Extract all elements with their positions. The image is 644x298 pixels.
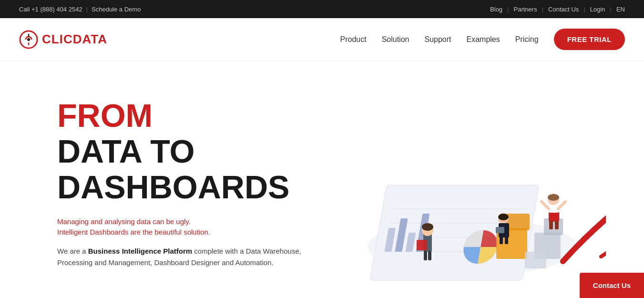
logo-icon <box>19 30 38 49</box>
sep-1: | <box>507 6 509 13</box>
sep-3: | <box>583 6 585 13</box>
phone-number: Call +1 (888) 404 2542 <box>19 6 82 13</box>
blog-link[interactable]: Blog <box>490 6 502 13</box>
top-bar: Call +1 (888) 404 2542 | Schedule a Demo… <box>0 0 644 18</box>
top-bar-left: Call +1 (888) 404 2542 | Schedule a Demo <box>19 6 141 13</box>
logo-clic: CLIC <box>42 32 73 46</box>
free-trial-button[interactable]: FREE TRIAL <box>554 29 625 50</box>
hero-left: FROM DATA TO DASHBOARDS Managing and ana… <box>57 98 334 281</box>
hero-section: FROM DATA TO DASHBOARDS Managing and ana… <box>0 61 644 298</box>
svg-point-1 <box>27 38 30 41</box>
nav-support[interactable]: Support <box>424 35 451 44</box>
svg-rect-25 <box>428 251 431 260</box>
hero-desc-bold: Business Intelligence Platform <box>88 247 192 255</box>
svg-point-22 <box>422 223 433 231</box>
contact-sticky-button[interactable]: Contact Us <box>580 273 644 298</box>
contact-us-top-link[interactable]: Contact Us <box>548 6 579 13</box>
hero-title: FROM DATA TO DASHBOARDS <box>57 98 334 205</box>
svg-line-36 <box>542 202 549 209</box>
svg-rect-23 <box>417 240 427 250</box>
nav-solution[interactable]: Solution <box>382 35 409 44</box>
logo[interactable]: CLICDATA <box>19 30 107 49</box>
svg-rect-19 <box>525 252 546 268</box>
nav-pricing[interactable]: Pricing <box>515 35 539 44</box>
hero-tagline-line2: Intelligent Dashboards are the beautiful… <box>57 228 210 236</box>
divider-1: | <box>86 6 88 13</box>
svg-point-27 <box>498 214 509 220</box>
illustration-svg <box>339 90 606 290</box>
top-bar-right: Blog | Partners | Contact Us | Login | E… <box>490 6 625 13</box>
svg-rect-39 <box>555 221 559 229</box>
schedule-demo-link[interactable]: Schedule a Demo <box>92 6 141 13</box>
hero-tagline-line1: Managing and analysing data can be ugly. <box>57 217 191 226</box>
hero-dashboards: DASHBOARDS <box>57 169 334 205</box>
nav-product[interactable]: Product <box>340 35 366 44</box>
main-header: CLICDATA Product Solution Support Exampl… <box>0 18 644 61</box>
sep-4: | <box>610 6 612 13</box>
language-selector[interactable]: EN <box>616 6 625 13</box>
svg-rect-16 <box>506 214 530 230</box>
svg-rect-29 <box>496 227 504 233</box>
svg-rect-38 <box>549 221 553 229</box>
svg-rect-31 <box>505 236 508 244</box>
svg-point-33 <box>548 194 559 201</box>
logo-text: CLICDATA <box>42 32 107 47</box>
hero-desc-prefix: We are a <box>57 247 88 255</box>
svg-rect-30 <box>500 236 503 244</box>
hero-description: We are a Business Intelligence Platform … <box>57 246 334 268</box>
hero-data-to: DATA TO <box>57 134 334 169</box>
hero-from: FROM <box>57 98 334 134</box>
hero-illustration <box>339 90 606 290</box>
sep-2: | <box>542 6 543 13</box>
login-link[interactable]: Login <box>590 6 605 13</box>
svg-line-37 <box>558 202 565 209</box>
svg-rect-24 <box>424 251 427 260</box>
partners-link[interactable]: Partners <box>514 6 537 13</box>
hero-tagline: Managing and analysing data can be ugly.… <box>57 216 334 238</box>
main-nav: Product Solution Support Examples Pricin… <box>340 29 625 50</box>
logo-data: DATA <box>73 32 107 46</box>
nav-examples[interactable]: Examples <box>467 35 500 44</box>
